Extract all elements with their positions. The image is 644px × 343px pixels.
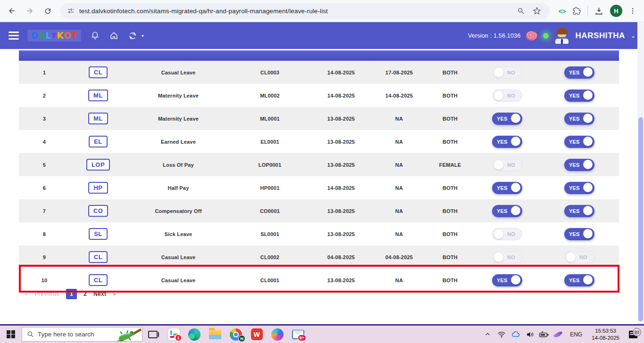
wps-office-icon[interactable]: W: [246, 326, 267, 343]
toggle-1[interactable]: YES: [492, 274, 522, 286]
row-serial-number: 5: [19, 162, 70, 168]
row-serial-number: 8: [19, 231, 70, 237]
username-label[interactable]: HARSHITHA: [575, 31, 625, 41]
leave-code: HP0001: [230, 185, 309, 191]
toggle-2[interactable]: YES: [564, 136, 594, 148]
leave-code: LOP0001: [230, 162, 309, 168]
windows-logo-icon: [7, 330, 15, 339]
leave-type-badge[interactable]: SL: [89, 228, 108, 240]
mail-icon[interactable]: 9+: [288, 326, 309, 343]
profile-avatar[interactable]: H: [610, 5, 622, 17]
previous-arrow[interactable]: «: [25, 291, 28, 297]
onedrive-cloud-icon[interactable]: [510, 326, 522, 343]
leave-type-badge[interactable]: CL: [89, 251, 108, 263]
user-avatar[interactable]: [554, 28, 569, 44]
next-arrow[interactable]: »: [113, 291, 116, 297]
from-date: 13-08-2025: [309, 139, 373, 145]
scrollbar-thumb[interactable]: [638, 117, 643, 321]
windows-taskbar: Type here to search 1 H W 9+: [0, 324, 644, 343]
url-text[interactable]: test.dalvkotinfotech.com/sitams-migrated…: [79, 8, 328, 15]
toggle-1[interactable]: YES: [492, 136, 522, 148]
leave-type-badge[interactable]: CL: [89, 274, 108, 286]
chrome-icon[interactable]: H: [226, 326, 246, 343]
next-button[interactable]: Next: [93, 291, 106, 297]
toggle-1[interactable]: NO: [492, 251, 522, 263]
toggle-1[interactable]: YES: [492, 205, 522, 217]
dalvkot-logo[interactable]: DAL▼KOT: [27, 30, 81, 41]
gecko-image[interactable]: [111, 327, 142, 342]
start-button[interactable]: [0, 326, 22, 343]
leave-type-badge[interactable]: CL: [89, 66, 108, 78]
notification-center-button[interactable]: 23: [625, 331, 641, 338]
leave-type-badge[interactable]: CO: [88, 205, 109, 217]
toggle-1[interactable]: YES: [492, 182, 522, 194]
toggle-1[interactable]: NO: [492, 66, 522, 79]
from-date: 13-08-2025: [309, 231, 373, 237]
edge-icon[interactable]: [184, 326, 205, 343]
address-bar[interactable]: test.dalvkotinfotech.com/sitams-migrated…: [60, 3, 550, 19]
gender: BOTH: [426, 254, 475, 260]
table-row: 7 CO Compensatory Off CO0001 13-08-2025 …: [19, 199, 619, 222]
download-icon[interactable]: [594, 7, 603, 16]
leave-type-badge[interactable]: HP: [88, 182, 108, 194]
toggle-1[interactable]: NO: [492, 159, 522, 171]
brain-status-icon[interactable]: [526, 31, 537, 41]
version-label: Version : 1.56.1036: [468, 33, 521, 39]
leave-code: CL0003: [230, 70, 309, 75]
leave-name: Loss Of Pay: [126, 162, 230, 168]
copilot-icon[interactable]: [267, 326, 288, 343]
time-label: 15:53:53: [592, 327, 619, 335]
from-date: 04-08-2025: [309, 254, 373, 260]
leave-type-badge[interactable]: EL: [89, 136, 108, 147]
toggle-1[interactable]: YES: [492, 113, 522, 125]
page-2-button[interactable]: 2: [84, 291, 87, 297]
toggle-2[interactable]: YES: [564, 113, 594, 125]
toggle-2[interactable]: YES: [564, 182, 594, 194]
toggle-2[interactable]: NO: [564, 251, 594, 263]
toggle-2[interactable]: YES: [564, 274, 594, 286]
leave-name: Compensatory Off: [126, 208, 230, 214]
toggle-1[interactable]: NO: [492, 228, 522, 240]
sync-dropdown-caret[interactable]: ▾: [142, 33, 144, 38]
toggle-2[interactable]: YES: [564, 228, 594, 240]
forward-arrow-icon[interactable]: [22, 3, 38, 19]
user-chevron-down-icon[interactable]: ⌄: [631, 33, 636, 39]
reload-icon[interactable]: [40, 3, 56, 19]
page-1-button[interactable]: 1: [66, 289, 77, 299]
zoom-out-icon[interactable]: [517, 7, 525, 15]
task-view-button[interactable]: [142, 326, 163, 343]
taskbar-search[interactable]: Type here to search: [22, 327, 142, 342]
sync-icon[interactable]: [127, 31, 138, 41]
language-indicator[interactable]: ENG: [566, 331, 586, 338]
file-explorer-icon[interactable]: [205, 326, 226, 343]
clock[interactable]: 15:53:53 14-08-2025: [588, 327, 623, 342]
tray-chevron-icon[interactable]: [481, 326, 493, 343]
toolbar-divider: [587, 6, 588, 16]
battery-icon[interactable]: [538, 326, 550, 343]
previous-button[interactable]: Previous: [34, 291, 59, 297]
notification-bell-icon[interactable]: [90, 31, 100, 41]
speaker-icon[interactable]: [524, 326, 536, 343]
toggle-2[interactable]: YES: [564, 66, 594, 79]
home-icon[interactable]: [109, 31, 119, 41]
leave-name: Maternity Leave: [126, 93, 230, 98]
leave-type-badge[interactable]: ML: [88, 113, 108, 124]
toggle-2[interactable]: YES: [564, 90, 594, 102]
toggle-1[interactable]: NO: [492, 90, 522, 102]
leave-type-badge[interactable]: ML: [88, 90, 108, 101]
hamburger-menu-icon[interactable]: [8, 32, 19, 40]
slack-icon[interactable]: 1: [163, 326, 184, 343]
bookmark-star-icon[interactable]: [533, 7, 541, 15]
code-extension-icon[interactable]: <>: [558, 7, 566, 15]
leave-type-badge[interactable]: LOP: [86, 159, 110, 171]
kebab-menu-icon[interactable]: [629, 7, 636, 15]
site-settings-icon[interactable]: [67, 7, 75, 15]
leave-code: SL0001: [230, 231, 309, 237]
feather-app-icon[interactable]: [552, 326, 564, 343]
back-arrow-icon[interactable]: [4, 3, 20, 19]
toggle-2[interactable]: YES: [564, 159, 594, 171]
wifi-icon[interactable]: [495, 326, 508, 343]
extensions-puzzle-icon[interactable]: [572, 7, 581, 15]
page-scrollbar[interactable]: [637, 22, 644, 324]
toggle-2[interactable]: YES: [564, 205, 594, 217]
